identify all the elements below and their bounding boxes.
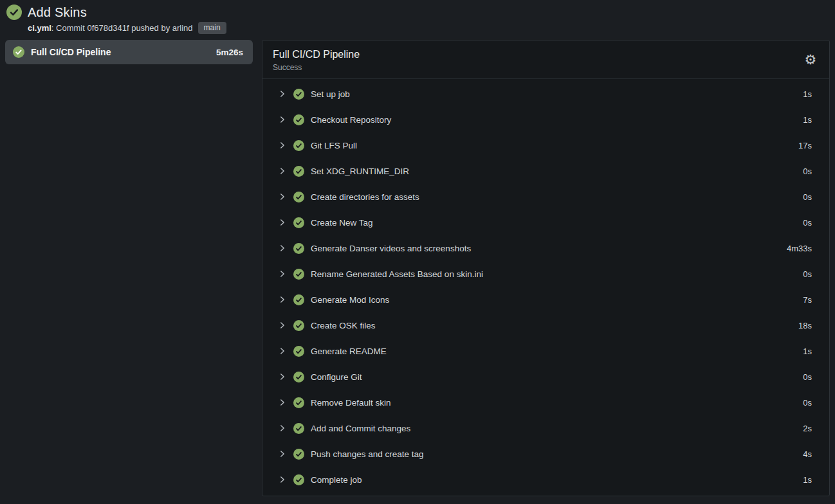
chevron-right-icon[interactable] (278, 218, 287, 227)
step-duration: 1s (803, 475, 812, 485)
job-status-text: Success (273, 63, 819, 72)
chevron-right-icon[interactable] (278, 89, 287, 98)
steps-list: Set up job 1s Checkout Repository 1s (262, 79, 829, 492)
job-detail-title: Full CI/CD Pipeline (273, 49, 819, 60)
step-name: Checkout Repository (311, 115, 391, 125)
step-row[interactable]: Complete job 1s (262, 467, 829, 492)
chevron-right-icon[interactable] (278, 398, 287, 407)
step-duration: 0s (803, 192, 812, 202)
step-name: Configure Git (311, 372, 362, 382)
step-row[interactable]: Create New Tag 0s (262, 210, 829, 235)
step-duration: 1s (803, 346, 812, 356)
run-header: Add Skins ci.yml: Commit 0f678d341f push… (0, 0, 835, 38)
step-success-icon (293, 140, 304, 151)
step-success-icon (293, 474, 304, 485)
workflow-file-name: ci.yml (28, 23, 51, 33)
step-success-icon (293, 269, 304, 280)
step-duration: 0s (803, 269, 812, 279)
chevron-right-icon[interactable] (278, 269, 287, 278)
step-row[interactable]: Generate README 1s (262, 338, 829, 364)
step-row[interactable]: Checkout Repository 1s (262, 107, 829, 132)
page-title: Add Skins (28, 5, 87, 20)
step-duration: 4m33s (787, 244, 812, 253)
chevron-right-icon[interactable] (278, 141, 287, 150)
job-duration: 5m26s (216, 48, 243, 57)
chevron-right-icon[interactable] (278, 244, 287, 253)
sidebar-job-item[interactable]: Full CI/CD Pipeline 5m26s (5, 40, 253, 64)
job-detail-header: Full CI/CD Pipeline Success ⚙︎ (262, 40, 829, 79)
step-name: Git LFS Pull (311, 141, 357, 150)
step-success-icon (293, 320, 304, 331)
chevron-right-icon[interactable] (278, 115, 287, 124)
step-success-icon (293, 243, 304, 254)
job-detail-panel: Full CI/CD Pipeline Success ⚙︎ Set up jo… (262, 40, 830, 496)
chevron-right-icon[interactable] (278, 424, 287, 433)
job-name: Full CI/CD Pipeline (31, 47, 111, 57)
step-success-icon (293, 192, 304, 203)
step-row[interactable]: Configure Git 0s (262, 364, 829, 390)
gear-icon[interactable]: ⚙︎ (802, 51, 819, 68)
step-success-icon (293, 166, 304, 177)
job-success-icon (13, 46, 24, 58)
step-row[interactable]: Generate Mod Icons 7s (262, 287, 829, 312)
step-name: Generate Danser videos and screenshots (311, 244, 471, 253)
step-success-icon (293, 423, 304, 434)
step-duration: 18s (798, 321, 812, 330)
step-duration: 7s (803, 295, 812, 305)
chevron-right-icon[interactable] (278, 166, 287, 176)
step-row[interactable]: Git LFS Pull 17s (262, 132, 829, 158)
step-success-icon (293, 217, 304, 228)
step-row[interactable]: Push changes and create tag 4s (262, 441, 829, 467)
step-name: Generate Mod Icons (311, 295, 389, 305)
step-duration: 0s (803, 372, 812, 382)
step-duration: 2s (803, 424, 812, 433)
step-row[interactable]: Create directories for assets 0s (262, 184, 829, 210)
step-name: Generate README (311, 346, 387, 356)
chevron-right-icon[interactable] (278, 346, 287, 356)
commit-info: : Commit 0f678d341f pushed by arlind (51, 23, 193, 33)
step-duration: 4s (803, 449, 812, 459)
step-success-icon (293, 372, 304, 382)
chevron-right-icon[interactable] (278, 372, 287, 381)
step-row[interactable]: Remove Default skin 0s (262, 390, 829, 415)
step-duration: 0s (803, 398, 812, 408)
step-row[interactable]: Create OSK files 18s (262, 312, 829, 338)
run-subtitle: ci.yml: Commit 0f678d341f pushed by arli… (28, 22, 829, 34)
step-row[interactable]: Generate Danser videos and screenshots 4… (262, 235, 829, 261)
run-success-icon (6, 4, 22, 20)
step-name: Add and Commit changes (311, 424, 410, 433)
chevron-right-icon[interactable] (278, 475, 287, 484)
chevron-right-icon[interactable] (278, 192, 287, 201)
jobs-sidebar: Full CI/CD Pipeline 5m26s (5, 40, 253, 64)
step-row[interactable]: Add and Commit changes 2s (262, 415, 829, 441)
step-name: Complete job (311, 475, 362, 485)
step-name: Set XDG_RUNTIME_DIR (311, 166, 409, 176)
step-name: Set up job (311, 89, 350, 99)
chevron-right-icon[interactable] (278, 295, 287, 304)
step-row[interactable]: Set XDG_RUNTIME_DIR 0s (262, 158, 829, 184)
step-duration: 0s (803, 166, 812, 176)
step-name: Rename Generated Assets Based on skin.in… (311, 269, 483, 279)
chevron-right-icon[interactable] (278, 321, 287, 330)
step-success-icon (293, 294, 304, 305)
step-duration: 1s (803, 115, 812, 125)
chevron-right-icon[interactable] (278, 449, 287, 458)
step-success-icon (293, 89, 304, 100)
step-name: Create OSK files (311, 321, 376, 330)
step-row[interactable]: Set up job 1s (262, 81, 829, 107)
step-success-icon (293, 449, 304, 460)
step-duration: 17s (798, 141, 812, 150)
step-name: Create New Tag (311, 218, 373, 228)
step-name: Push changes and create tag (311, 449, 424, 459)
step-success-icon (293, 346, 304, 357)
step-row[interactable]: Rename Generated Assets Based on skin.in… (262, 261, 829, 287)
step-name: Create directories for assets (311, 192, 419, 202)
step-success-icon (293, 114, 304, 125)
step-name: Remove Default skin (311, 398, 391, 408)
step-duration: 0s (803, 218, 812, 228)
step-duration: 1s (803, 89, 812, 99)
branch-badge[interactable]: main (198, 22, 226, 34)
step-success-icon (293, 397, 304, 408)
